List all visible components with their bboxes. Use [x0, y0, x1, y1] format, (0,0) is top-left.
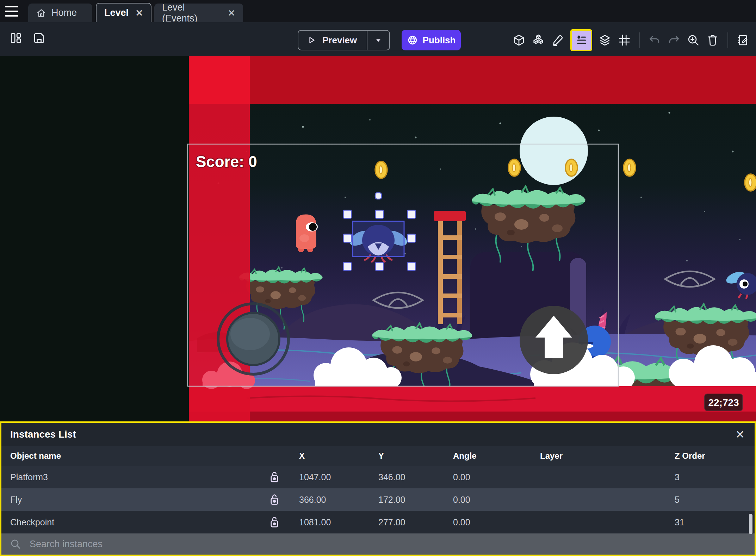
panel-title: Instances List	[10, 429, 76, 440]
search-icon	[10, 538, 21, 550]
col-angle: Angle	[444, 451, 531, 461]
cell-angle[interactable]: 0.00	[444, 495, 531, 505]
editor-toolbar: Preview Publish	[0, 22, 756, 56]
preview-button-label: Preview	[322, 35, 357, 46]
tab-level-close-icon[interactable]: ✕	[135, 8, 143, 18]
instances-table-header: Object name X Y Angle Layer Z Order	[1, 446, 755, 466]
col-object-name: Object name	[1, 451, 259, 461]
cube-3d-icon[interactable]	[512, 33, 526, 47]
col-y: Y	[370, 451, 444, 461]
player-character[interactable]	[296, 214, 318, 252]
col-x: X	[290, 451, 370, 461]
score-text: Score: 0	[196, 153, 257, 170]
scene-editor-canvas[interactable]: Score: 0 22;723	[0, 56, 756, 421]
cursor-coordinates-badge: 22;723	[705, 394, 743, 411]
cell-angle[interactable]: 0.00	[444, 472, 531, 482]
jump-button[interactable]	[520, 306, 588, 374]
tab-level-events[interactable]: Level (Events) ✕	[154, 4, 243, 22]
trash-icon[interactable]	[706, 33, 719, 47]
col-z-order: Z Order	[666, 451, 755, 461]
unlock-icon[interactable]	[259, 516, 290, 529]
coin[interactable]	[375, 161, 387, 178]
cell-x[interactable]: 1047.00	[290, 472, 370, 482]
home-icon	[36, 8, 47, 18]
edit-scene-properties-icon[interactable]	[736, 33, 750, 47]
cell-object-name: Checkpoint	[1, 517, 259, 527]
table-row[interactable]: Checkpoint 1081.00 277.00 0.00 31	[1, 511, 755, 533]
cell-y[interactable]: 346.00	[370, 472, 444, 482]
hamburger-menu-icon[interactable]	[5, 6, 18, 17]
cell-z-order[interactable]: 5	[666, 495, 755, 505]
grid-icon[interactable]	[618, 33, 631, 47]
coin[interactable]	[565, 159, 577, 176]
selection-overlay	[353, 221, 404, 257]
coin[interactable]	[624, 159, 636, 176]
globe-icon	[407, 35, 418, 46]
coin[interactable]	[508, 159, 520, 176]
pencil-edit-icon[interactable]	[551, 33, 564, 47]
layers-icon[interactable]	[598, 33, 612, 47]
panel-close-icon[interactable]: ✕	[735, 428, 745, 441]
top-red-band	[189, 56, 756, 104]
bottom-red-ground-dark	[189, 412, 756, 421]
search-instances-input[interactable]	[29, 538, 746, 550]
table-row[interactable]: Fly 366.00 172.00 0.00 5	[1, 488, 755, 511]
coin[interactable]	[745, 174, 756, 191]
redo-icon[interactable]	[667, 33, 681, 47]
instances-list-icon	[574, 32, 588, 48]
cell-z-order[interactable]: 31	[666, 517, 755, 527]
preview-button[interactable]: Preview	[298, 30, 390, 50]
unlock-icon[interactable]	[259, 493, 290, 506]
layout-panels-icon[interactable]	[9, 31, 23, 45]
instances-list-icon-highlighted[interactable]	[570, 29, 592, 51]
cell-x[interactable]: 1081.00	[290, 517, 370, 527]
gdevelop-editor-window: Home Level ✕ Level (Events) ✕	[0, 0, 756, 556]
tab-level-label: Level	[104, 7, 129, 18]
instances-list-panel: Instances List ✕ Object name X Y Angle L…	[0, 421, 756, 556]
unlock-icon[interactable]	[259, 471, 290, 483]
coords-badge-text: 22;723	[708, 397, 739, 408]
tab-bar: Home Level ✕ Level (Events) ✕	[0, 0, 756, 22]
col-layer: Layer	[531, 451, 666, 461]
cell-y[interactable]: 172.00	[370, 495, 444, 505]
cell-y[interactable]: 277.00	[370, 517, 444, 527]
tab-level-events-label: Level (Events)	[162, 2, 223, 24]
rotation-handle	[375, 193, 382, 199]
tab-level-events-close-icon[interactable]: ✕	[228, 8, 235, 18]
zoom-in-icon[interactable]	[687, 33, 700, 47]
scrollbar-thumb[interactable]	[749, 514, 752, 534]
moon[interactable]	[520, 117, 588, 185]
virtual-joystick[interactable]	[218, 304, 289, 374]
undo-icon[interactable]	[648, 33, 661, 47]
cell-z-order[interactable]: 3	[666, 472, 755, 482]
cell-angle[interactable]: 0.00	[444, 517, 531, 527]
publish-button-label: Publish	[423, 35, 456, 46]
save-icon[interactable]	[32, 31, 46, 45]
table-row[interactable]: Platform3 1047.00 346.00 0.00 3	[1, 466, 755, 488]
cell-x[interactable]: 366.00	[290, 495, 370, 505]
publish-button[interactable]: Publish	[402, 30, 461, 50]
search-instances-bar[interactable]	[1, 533, 755, 555]
tab-home[interactable]: Home	[28, 4, 92, 22]
chevron-down-icon	[374, 36, 383, 44]
preview-dropdown-button[interactable]	[367, 31, 389, 50]
cell-object-name: Fly	[1, 495, 259, 505]
cell-object-name: Platform3	[1, 472, 259, 482]
red-danger-stripe[interactable]	[189, 56, 255, 421]
play-icon	[306, 35, 317, 45]
tab-home-label: Home	[51, 7, 77, 18]
tab-level[interactable]: Level ✕	[96, 3, 151, 22]
objects-cubes-icon[interactable]	[532, 33, 545, 47]
